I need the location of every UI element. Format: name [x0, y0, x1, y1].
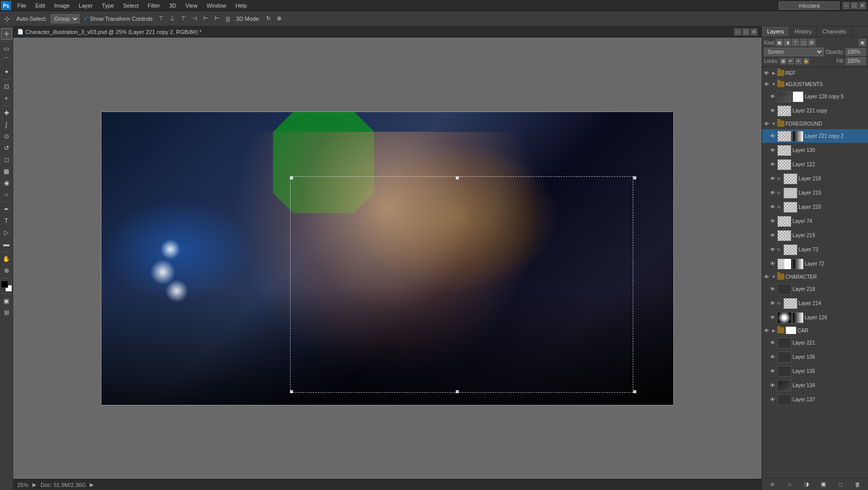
healing-tool[interactable]: ✚ — [1, 107, 12, 119]
eraser-tool[interactable]: ◻ — [1, 154, 12, 165]
gradient-tool[interactable]: ▦ — [1, 166, 12, 177]
layer-row-135[interactable]: 👁 Layer 135 — [762, 364, 868, 379]
align-left-icon[interactable]: ⊣ — [190, 14, 199, 23]
tab-channels[interactable]: Channels — [817, 26, 851, 36]
type-tool[interactable]: T — [1, 215, 12, 227]
blur-tool[interactable]: ◉ — [1, 177, 12, 189]
menu-window[interactable]: Window — [202, 2, 230, 10]
visibility-135[interactable]: 👁 — [769, 368, 776, 375]
layer-row-218[interactable]: 👁 Layer 218 — [762, 282, 868, 296]
foreground-background-colors[interactable] — [1, 281, 12, 292]
layer-row-128copy5[interactable]: 👁 Layer 128 copy 5 — [762, 90, 868, 104]
expand-character[interactable]: ▼ — [771, 274, 776, 279]
filter-toggle[interactable]: ◉ — [859, 39, 866, 46]
layer-row-137[interactable]: 👁 Layer 137 — [762, 393, 868, 407]
visibility-128copy5[interactable]: 👁 — [769, 93, 776, 100]
menu-filter[interactable]: Filter — [143, 2, 164, 10]
visibility-136[interactable]: 👁 — [769, 354, 776, 361]
menu-layer[interactable]: Layer — [75, 2, 97, 10]
canvas-close[interactable]: ✕ — [750, 28, 757, 35]
move-tool[interactable]: ✛ — [1, 28, 12, 40]
layer-row-221[interactable]: 👁 Layer 221 — [762, 336, 868, 350]
menu-3d[interactable]: 3D — [165, 2, 180, 10]
tab-layers[interactable]: Layers — [762, 26, 789, 36]
filter-shape-icon[interactable]: ◻ — [800, 39, 807, 46]
expand-ref[interactable]: ▶ — [771, 70, 776, 76]
lasso-tool[interactable]: ⌒ — [1, 55, 12, 66]
menu-help[interactable]: Help — [232, 2, 251, 10]
zoom-tool[interactable]: ⊕ — [1, 265, 12, 276]
visibility-74[interactable]: 👁 — [769, 218, 776, 225]
hand-tool[interactable]: ✋ — [1, 253, 12, 265]
expand-adjustments[interactable]: ▼ — [771, 82, 776, 87]
visibility-216[interactable]: 👁 — [769, 175, 776, 182]
quick-select-tool[interactable]: ✦ — [1, 66, 12, 78]
visibility-219[interactable]: 👁 — [769, 232, 776, 239]
visibility-122[interactable]: 👁 — [769, 161, 776, 168]
visibility-215[interactable]: 👁 — [769, 190, 776, 197]
menu-edit[interactable]: Edit — [31, 2, 49, 10]
lock-paint-icon[interactable]: ✒ — [788, 58, 794, 64]
layer-row-136[interactable]: 👁 Layer 136 — [762, 350, 868, 364]
expand-foreground[interactable]: ▼ — [771, 121, 776, 126]
layer-fx-button[interactable]: fx — [769, 480, 777, 488]
move-tool-icon[interactable]: ⊹ — [2, 14, 12, 24]
filter-adjust-icon[interactable]: ◑ — [784, 39, 791, 46]
stamp-tool[interactable]: ⊙ — [1, 131, 12, 142]
3d-rotate-icon[interactable]: ↻ — [264, 14, 273, 23]
layer-row-216[interactable]: 👁 fx Layer 216 — [762, 172, 868, 186]
filter-type-icon[interactable]: T — [792, 39, 799, 46]
layer-group-character[interactable]: 👁 ▼ CHARACTER — [762, 271, 868, 282]
filter-smart-icon[interactable]: ⊠ — [808, 39, 815, 46]
layer-row-214[interactable]: 👁 fx Layer 214 — [762, 296, 868, 311]
align-top-icon[interactable]: ⊤ — [157, 14, 166, 23]
layer-row-126[interactable]: 👁 Layer 126 — [762, 311, 868, 325]
minimize-button[interactable]: − — [843, 2, 850, 9]
history-brush-tool[interactable]: ↺ — [1, 142, 12, 154]
path-selection-tool[interactable]: ▷ — [1, 227, 12, 238]
visibility-220[interactable]: 👁 — [769, 204, 776, 211]
visibility-214[interactable]: 👁 — [769, 300, 776, 307]
layer-row-72[interactable]: 👁 Layer 72 — [762, 257, 868, 271]
visibility-ref[interactable]: 👁 — [763, 69, 770, 77]
visibility-134[interactable]: 👁 — [769, 382, 776, 389]
edit-mode-icon[interactable]: ▣ — [1, 295, 12, 307]
layer-row-134[interactable]: 👁 Layer 134 — [762, 379, 868, 393]
crop-tool[interactable]: ⊡ — [1, 81, 12, 92]
opacity-input[interactable] — [846, 48, 866, 56]
layer-group-foreground[interactable]: 👁 ▼ FOREGROUND — [762, 118, 868, 129]
layer-row-122[interactable]: 👁 Layer 122 — [762, 158, 868, 172]
layer-row-221copy2[interactable]: 👁 Layer 221 copy 2 — [762, 129, 868, 143]
align-bottom-icon[interactable]: ⊤ — [179, 14, 188, 23]
expand-car[interactable]: ▶ — [771, 328, 776, 333]
layer-row-74[interactable]: 👁 Layer 74 — [762, 214, 868, 229]
menu-select[interactable]: Select — [119, 2, 143, 10]
align-right-icon[interactable]: ⊢ — [212, 14, 222, 23]
visibility-221copy2[interactable]: 👁 — [769, 133, 776, 140]
layer-group-ref[interactable]: 👁 ▶ REF — [762, 67, 868, 79]
blend-mode-select[interactable]: Screen Normal Multiply Overlay — [764, 48, 824, 56]
visibility-218[interactable]: 👁 — [769, 286, 776, 293]
visibility-foreground[interactable]: 👁 — [763, 120, 770, 127]
visibility-221copy[interactable]: 👁 — [769, 107, 776, 115]
close-button[interactable]: ✕ — [859, 2, 866, 9]
menu-image[interactable]: Image — [50, 2, 74, 10]
checkbox-show-transform[interactable]: ✓ Show Transform Controls — [82, 14, 155, 23]
tab-history[interactable]: History — [789, 26, 817, 36]
layer-row-219[interactable]: 👁 Layer 219 — [762, 229, 868, 243]
lock-all-icon[interactable]: 🔒 — [803, 58, 809, 64]
rectangle-tool[interactable]: ▬ — [1, 239, 12, 250]
layer-row-130[interactable]: 👁 Layer 130 — [762, 143, 868, 158]
distribute-icon[interactable]: ||| — [224, 15, 232, 23]
pen-tool[interactable]: ✒ — [1, 204, 12, 215]
eyedropper-tool[interactable]: ⌖ — [1, 93, 12, 104]
layer-row-73[interactable]: 👁 fx Layer 73 — [762, 243, 868, 257]
visibility-137[interactable]: 👁 — [769, 396, 776, 403]
visibility-character[interactable]: 👁 — [763, 273, 770, 280]
layer-mask-button[interactable]: ○ — [785, 480, 793, 488]
layers-list[interactable]: 👁 ▶ REF 👁 ▼ ADJUSTMENTS 👁 Layer 128 copy — [762, 67, 868, 478]
visibility-130[interactable]: 👁 — [769, 147, 776, 154]
canvas-content[interactable] — [13, 37, 762, 479]
layer-delete-button[interactable]: 🗑 — [853, 480, 861, 488]
marquee-tool[interactable]: ▭ — [1, 43, 12, 54]
